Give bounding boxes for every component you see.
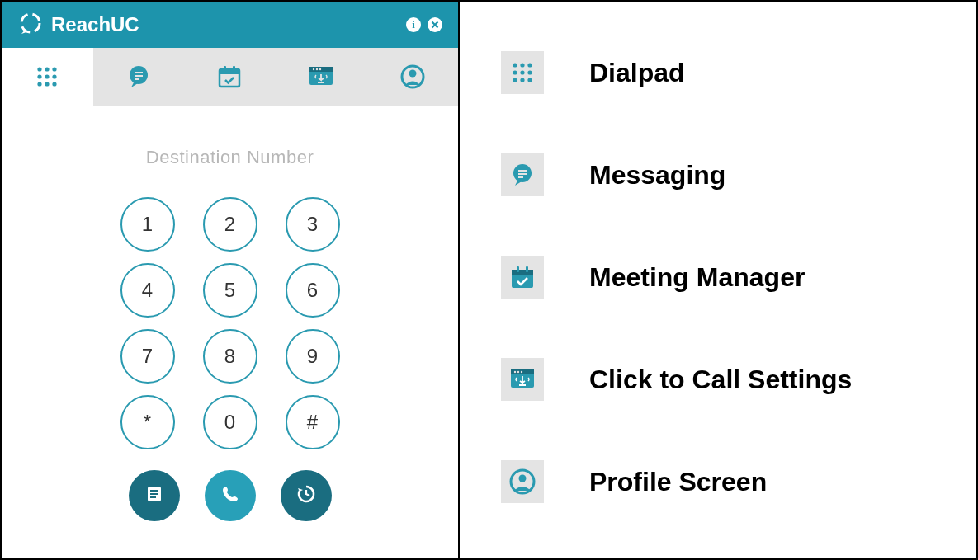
calendar-check-icon xyxy=(501,256,544,299)
dialpad-icon xyxy=(35,64,59,89)
svg-rect-46 xyxy=(512,270,533,275)
svg-point-38 xyxy=(513,78,517,82)
svg-rect-48 xyxy=(526,266,528,272)
svg-point-9 xyxy=(53,74,57,78)
legend-label: Messaging xyxy=(589,160,725,191)
tab-meeting-manager[interactable] xyxy=(184,48,276,106)
svg-point-10 xyxy=(38,82,42,86)
key-4[interactable]: 4 xyxy=(120,263,175,318)
svg-point-33 xyxy=(520,63,524,67)
messaging-icon xyxy=(125,64,152,90)
svg-point-6 xyxy=(53,67,57,71)
legend-label: Click to Call Settings xyxy=(589,365,852,395)
dialpad-screen: Destination Number 1 2 3 4 5 6 7 8 9 * 0… xyxy=(2,106,458,558)
tab-click-to-call[interactable] xyxy=(276,48,367,106)
legend-label: Profile Screen xyxy=(589,467,767,497)
legend-row-profile: Profile Screen xyxy=(501,460,943,503)
svg-point-55 xyxy=(519,475,527,482)
close-icon[interactable] xyxy=(427,16,443,33)
svg-point-36 xyxy=(520,70,524,74)
key-star[interactable]: * xyxy=(120,395,175,449)
key-5[interactable]: 5 xyxy=(203,263,257,318)
svg-point-35 xyxy=(513,70,517,74)
svg-point-5 xyxy=(45,67,50,71)
click-to-call-icon xyxy=(501,358,544,401)
key-6[interactable]: 6 xyxy=(286,263,340,318)
svg-point-53 xyxy=(521,371,522,373)
legend-panel: Dialpad Messaging Meeting Manager xyxy=(460,2,976,558)
legend-label: Dialpad xyxy=(589,58,685,88)
svg-text:i: i xyxy=(412,18,415,31)
svg-point-25 xyxy=(319,68,321,70)
key-3[interactable]: 3 xyxy=(286,197,340,252)
contacts-button[interactable] xyxy=(129,470,180,521)
svg-point-11 xyxy=(45,82,50,86)
key-7[interactable]: 7 xyxy=(120,329,175,384)
history-button[interactable] xyxy=(281,470,332,521)
tab-bar xyxy=(2,48,458,106)
svg-point-40 xyxy=(527,78,532,82)
contacts-icon xyxy=(144,483,165,508)
tab-profile[interactable] xyxy=(366,48,458,106)
brand-logo-icon xyxy=(17,9,45,40)
key-0[interactable]: 0 xyxy=(203,395,257,449)
call-button[interactable] xyxy=(205,470,256,521)
svg-point-32 xyxy=(513,63,517,67)
messaging-icon xyxy=(501,153,544,196)
legend-label: Meeting Manager xyxy=(589,262,805,293)
svg-point-4 xyxy=(38,67,42,71)
key-2[interactable]: 2 xyxy=(203,197,257,252)
svg-point-51 xyxy=(514,371,516,373)
brand-name: ReachUC xyxy=(51,13,139,36)
svg-point-37 xyxy=(527,70,532,74)
svg-point-24 xyxy=(316,68,318,70)
app-panel: ReachUC i xyxy=(2,2,460,558)
svg-point-0 xyxy=(21,14,40,32)
calendar-check-icon xyxy=(216,64,243,90)
key-hash[interactable]: # xyxy=(286,395,340,449)
svg-point-23 xyxy=(313,68,314,70)
svg-rect-19 xyxy=(224,66,226,72)
profile-icon xyxy=(399,64,426,90)
dial-action-row xyxy=(129,470,332,521)
svg-point-12 xyxy=(53,82,57,86)
dialpad-icon xyxy=(501,51,544,94)
brand: ReachUC xyxy=(17,9,405,40)
phone-icon xyxy=(220,484,240,507)
legend-row-messaging: Messaging xyxy=(501,153,943,196)
svg-rect-29 xyxy=(150,490,158,492)
profile-icon xyxy=(501,460,544,503)
keypad: 1 2 3 4 5 6 7 8 9 * 0 # xyxy=(120,197,340,449)
svg-rect-47 xyxy=(517,266,519,272)
svg-point-27 xyxy=(409,70,416,78)
legend-row-dialpad: Dialpad xyxy=(501,51,943,94)
svg-rect-20 xyxy=(233,66,235,72)
destination-number-input[interactable]: Destination Number xyxy=(146,147,314,168)
svg-point-39 xyxy=(520,78,524,82)
svg-rect-31 xyxy=(150,496,156,498)
header-actions: i xyxy=(405,16,443,33)
legend-row-click-to-call: Click to Call Settings xyxy=(501,358,943,401)
svg-point-52 xyxy=(517,371,519,373)
svg-point-34 xyxy=(527,63,532,67)
app-header: ReachUC i xyxy=(2,2,458,48)
history-icon xyxy=(295,483,317,508)
svg-rect-30 xyxy=(150,493,158,495)
info-icon[interactable]: i xyxy=(405,16,422,33)
tab-dialpad[interactable] xyxy=(2,48,93,106)
key-1[interactable]: 1 xyxy=(120,197,175,252)
legend-row-meeting: Meeting Manager xyxy=(501,256,943,299)
tab-messaging[interactable] xyxy=(93,48,185,106)
key-8[interactable]: 8 xyxy=(203,329,257,384)
click-to-call-icon xyxy=(307,64,335,90)
key-9[interactable]: 9 xyxy=(286,329,340,384)
svg-rect-18 xyxy=(220,69,239,74)
svg-point-7 xyxy=(38,74,42,78)
svg-point-8 xyxy=(45,74,50,78)
